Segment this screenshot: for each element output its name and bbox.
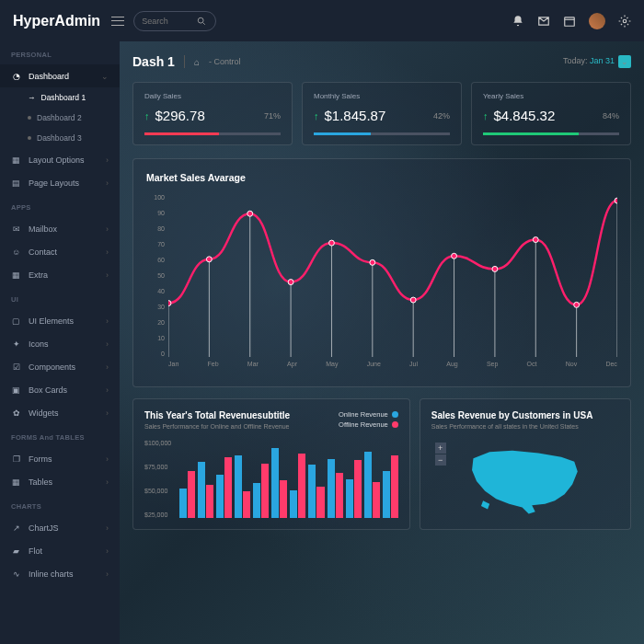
bar-group xyxy=(290,440,305,518)
chevron-right-icon: › xyxy=(106,454,109,464)
nav-ui-elements[interactable]: ▢UI Elements› xyxy=(0,309,120,332)
nav-forms[interactable]: ❐Forms› xyxy=(0,447,120,470)
calendar-icon[interactable] xyxy=(563,15,576,28)
separator xyxy=(184,55,185,68)
svg-point-25 xyxy=(574,302,580,307)
nav-inline-charts[interactable]: ∿Inline charts› xyxy=(0,562,120,585)
bar-group xyxy=(383,440,398,518)
nav-flot[interactable]: ▰Flot› xyxy=(0,539,120,562)
nav-mailbox[interactable]: ✉Mailbox› xyxy=(0,217,120,240)
section-apps: APPS xyxy=(0,194,120,217)
nav-components[interactable]: ☑Components› xyxy=(0,355,120,378)
search-icon xyxy=(197,17,206,26)
svg-point-16 xyxy=(206,257,212,262)
grid-icon: ▦ xyxy=(11,270,21,280)
icons-icon: ✦ xyxy=(11,339,21,349)
date-picker-button[interactable]: ⌄ xyxy=(618,55,631,68)
widget-icon: ✿ xyxy=(11,408,21,418)
bar-group xyxy=(346,440,362,518)
nav-layout-options[interactable]: ▦Layout Options› xyxy=(0,148,120,171)
search-box[interactable] xyxy=(133,11,216,31)
nav-contact[interactable]: ☺Contact› xyxy=(0,240,120,263)
brand-logo[interactable]: HyperAdmin xyxy=(13,13,100,29)
bar-group xyxy=(198,440,213,518)
revenue-subtitle: Sales Performance for Online and Offline… xyxy=(144,423,290,430)
subnav-dashboard-3[interactable]: Dashboard 3 xyxy=(0,128,120,148)
inline-chart-icon: ∿ xyxy=(11,569,21,579)
zoom-out-button[interactable]: − xyxy=(435,454,446,466)
trend-up-icon: ↑ xyxy=(144,110,150,121)
chevron-right-icon: › xyxy=(106,224,109,234)
svg-point-0 xyxy=(198,17,203,23)
dashboard-icon: ◔ xyxy=(11,71,21,81)
nav-dashboard[interactable]: ◔ Dashboard ⌄ xyxy=(0,64,120,87)
kpi-label: Monthly Sales xyxy=(314,92,450,100)
bar-group xyxy=(364,440,380,518)
chevron-right-icon: › xyxy=(106,316,109,326)
trend-up-icon: ↑ xyxy=(314,110,319,121)
cards-icon: ▣ xyxy=(11,385,21,395)
contact-icon: ☺ xyxy=(11,247,21,257)
chevron-right-icon: › xyxy=(106,385,109,395)
menu-toggle-icon[interactable] xyxy=(111,17,124,26)
gear-icon[interactable] xyxy=(618,15,631,28)
svg-point-15 xyxy=(168,301,171,306)
nav-page-layouts[interactable]: ▤Page Layouts› xyxy=(0,171,120,194)
breadcrumb: - Control xyxy=(209,57,241,66)
bullet-icon xyxy=(28,116,31,120)
nav-tables[interactable]: ▦Tables› xyxy=(0,470,120,493)
chevron-right-icon: › xyxy=(106,362,109,372)
user-avatar[interactable] xyxy=(589,13,605,29)
search-input[interactable] xyxy=(142,17,197,26)
mailbox-icon: ✉ xyxy=(11,224,21,234)
components-icon: ☑ xyxy=(11,362,21,372)
trend-up-icon: ↑ xyxy=(483,110,489,121)
layout-icon: ▦ xyxy=(11,155,21,165)
market-sales-title: Market Sales Avarage xyxy=(146,172,617,183)
section-personal: PERSONAL xyxy=(0,41,120,64)
nav-dashboard-label: Dashboard xyxy=(29,72,69,81)
section-charts: CHARTS xyxy=(0,493,120,516)
chevron-down-icon: ⌄ xyxy=(101,72,109,81)
page-title: Dash 1 xyxy=(132,54,175,69)
usa-map-card: Sales Revenue by Customers in USA Sales … xyxy=(420,398,631,530)
home-icon[interactable]: ⌂ xyxy=(194,57,200,67)
usa-map[interactable]: + − xyxy=(431,439,619,517)
today-label: Today: Jan 31⌄ xyxy=(563,55,631,68)
svg-point-23 xyxy=(492,266,498,271)
chevron-right-icon: › xyxy=(106,408,109,418)
svg-point-17 xyxy=(247,211,253,216)
section-forms: FORMS And TABLES xyxy=(0,424,120,447)
nav-widgets[interactable]: ✿Widgets› xyxy=(0,401,120,424)
mail-icon[interactable] xyxy=(537,15,550,28)
svg-rect-1 xyxy=(565,17,575,25)
subnav-dashboard-2[interactable]: Dashboard 2 xyxy=(0,108,120,128)
kpi-card-1: Monthly Sales ↑ $1.845.87 42% xyxy=(302,82,462,145)
svg-point-19 xyxy=(329,240,335,246)
svg-point-2 xyxy=(623,19,627,23)
nav-extra[interactable]: ▦Extra› xyxy=(0,263,120,286)
bar-group xyxy=(179,440,195,518)
kpi-card-2: Yearly Sales ↑ $4.845.32 84% xyxy=(471,82,631,145)
chevron-right-icon: › xyxy=(106,270,109,280)
kpi-value: $4.845.32 xyxy=(494,108,597,123)
bar-group xyxy=(253,440,269,518)
bullet-icon xyxy=(28,136,31,140)
bell-icon[interactable] xyxy=(512,15,524,28)
usa-title: Sales Revenue by Customers in USA xyxy=(431,410,619,420)
zoom-in-button[interactable]: + xyxy=(435,443,446,454)
nav-icons[interactable]: ✦Icons› xyxy=(0,332,120,355)
arrow-right-icon: → xyxy=(28,93,36,102)
nav-chartjs[interactable]: ↗ChartJS› xyxy=(0,516,120,539)
nav-box-cards[interactable]: ▣Box Cards› xyxy=(0,378,120,401)
chartjs-icon: ↗ xyxy=(11,523,21,533)
sidebar: PERSONAL ◔ Dashboard ⌄ →Dashboard 1 Dash… xyxy=(0,41,120,644)
kpi-percent: 42% xyxy=(433,111,450,121)
subnav-dashboard-1[interactable]: →Dashboard 1 xyxy=(0,87,120,108)
bar-group xyxy=(216,440,232,518)
table-icon: ▦ xyxy=(11,477,21,487)
kpi-percent: 71% xyxy=(264,111,281,121)
section-ui: UI xyxy=(0,286,120,309)
chevron-right-icon: › xyxy=(106,155,109,165)
kpi-card-0: Daily Sales ↑ $296.78 71% xyxy=(132,82,293,145)
